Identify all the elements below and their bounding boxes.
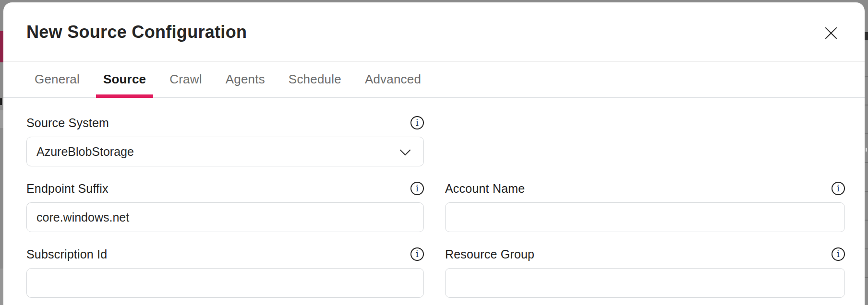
underlying-page-maroon-fragment [0, 31, 3, 62]
field-endpoint-suffix: Endpoint Suffix i [26, 181, 424, 232]
info-icon[interactable]: i [410, 116, 424, 129]
source-system-selected-value: AzureBlobStorage [36, 145, 134, 159]
underlying-page-dark-fragment [0, 98, 2, 105]
info-icon[interactable]: i [410, 182, 424, 195]
tab-source[interactable]: Source [96, 62, 153, 97]
info-glyph: i [416, 118, 419, 127]
tab-general[interactable]: General [27, 62, 87, 97]
page-title: New Source Configuration [26, 22, 247, 42]
source-system-label: Source System [26, 116, 109, 130]
info-glyph: i [837, 250, 840, 258]
backdrop-left-strip [0, 0, 3, 305]
info-glyph: i [416, 184, 419, 193]
tab-schedule[interactable]: Schedule [281, 62, 349, 97]
underlying-page-light-fragment [0, 269, 3, 305]
underlying-page-light-fragment [0, 110, 3, 128]
x-icon [824, 26, 838, 40]
chevron-down-icon [399, 145, 411, 159]
endpoint-suffix-label: Endpoint Suffix [26, 182, 108, 196]
account-name-input[interactable] [445, 202, 845, 232]
dialog-header: New Source Configuration [3, 2, 865, 62]
underlying-page-dark-fragment [865, 32, 868, 40]
info-glyph: i [416, 250, 419, 258]
info-icon[interactable]: i [832, 182, 845, 195]
new-source-configuration-dialog: New Source Configuration General Source … [3, 2, 865, 305]
field-resource-group: Resource Group i [445, 246, 845, 298]
endpoint-suffix-input[interactable] [26, 202, 424, 232]
tab-agents[interactable]: Agents [218, 62, 272, 97]
resource-group-input[interactable] [445, 268, 845, 298]
underlying-page-table-lines [865, 48, 868, 293]
dialog-tab-bar: General Source Crawl Agents Schedule Adv… [3, 62, 865, 98]
field-source-system: Source System i AzureBlobStorage [26, 115, 424, 166]
source-config-form: Source System i AzureBlobStorage Endpoin… [26, 115, 865, 298]
field-account-name: Account Name i [445, 181, 845, 232]
account-name-label: Account Name [445, 182, 525, 196]
info-glyph: i [837, 184, 840, 193]
close-button[interactable] [822, 24, 840, 42]
tab-crawl[interactable]: Crawl [162, 62, 209, 97]
subscription-id-input[interactable] [26, 268, 424, 298]
info-icon[interactable]: i [832, 247, 845, 261]
tab-advanced[interactable]: Advanced [358, 62, 428, 97]
backdrop-right-strip [865, 0, 868, 305]
source-system-select[interactable]: AzureBlobStorage [26, 137, 424, 166]
subscription-id-label: Subscription Id [26, 247, 107, 261]
info-icon[interactable]: i [410, 247, 424, 261]
underlying-page-speck [866, 148, 867, 152]
field-subscription-id: Subscription Id i [26, 246, 424, 298]
resource-group-label: Resource Group [445, 247, 534, 261]
